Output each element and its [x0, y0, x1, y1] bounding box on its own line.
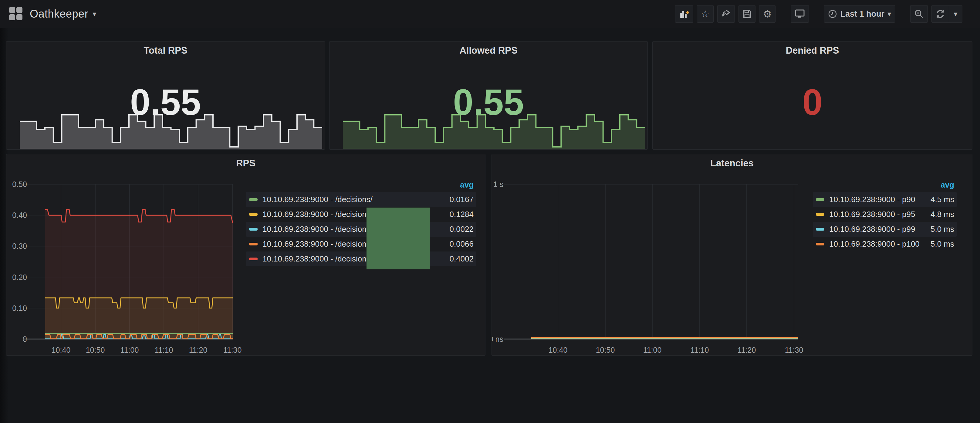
svg-text:10:40: 10:40 [52, 346, 71, 354]
legend-series-label[interactable]: 10.10.69.238:9000 - p99 [829, 225, 915, 234]
dashboard-grid-icon[interactable] [9, 7, 23, 21]
panel-title[interactable]: RPS [6, 158, 485, 169]
save-button[interactable] [738, 5, 756, 23]
svg-text:11:00: 11:00 [643, 346, 662, 354]
legend-row: 10.10.69.238:9000 - p1005.0 ms [813, 237, 957, 252]
share-button[interactable] [717, 5, 735, 23]
legend-series-label[interactable]: 10.10.69.238:9000 - /decisions/ [262, 225, 372, 234]
svg-text:0 ns: 0 ns [492, 335, 503, 343]
svg-text:11:10: 11:10 [690, 346, 709, 354]
svg-text:0.40: 0.40 [12, 211, 27, 219]
navbar: Oathkeeper ▾ ☆ [0, 0, 980, 28]
time-range-button[interactable]: Last 1 hour ▾ [824, 5, 895, 23]
legend-series-label[interactable]: 10.10.69.238:9000 - /decisions/ [262, 239, 372, 249]
svg-text:11:30: 11:30 [785, 346, 803, 354]
add-panel-button[interactable] [675, 5, 693, 23]
legend-series-label[interactable]: 10.10.69.238:9000 - p90 [829, 195, 915, 204]
panel-denied-rps: Denied RPS 0 [652, 41, 972, 150]
zoom-out-button[interactable] [910, 5, 928, 23]
rps-legend: avg10.10.69.238:9000 - /decisions/0.0167… [246, 180, 476, 266]
legend-series-label[interactable]: 10.10.69.238:9000 - /decisions/ [262, 195, 372, 204]
refresh-button[interactable] [931, 5, 949, 23]
monitor-icon [795, 9, 805, 19]
navbar-left: Oathkeeper ▾ [0, 7, 96, 21]
legend-row: 10.10.69.238:9000 - /decisions/0.0022 [246, 222, 476, 237]
legend-row: 10.10.69.238:9000 - /decisions/0.0066 [246, 237, 476, 252]
save-icon [743, 10, 751, 19]
svg-text:10:50: 10:50 [596, 346, 615, 354]
legend-series-avg-value: 5.0 ms [927, 239, 954, 249]
legend-row: 10.10.69.238:9000 - /decisions/0.0167 [246, 192, 476, 207]
legend-avg-header[interactable]: avg [246, 180, 476, 192]
latencies-legend: avg10.10.69.238:9000 - p904.5 ms10.10.69… [813, 180, 957, 252]
svg-text:11:00: 11:00 [121, 346, 139, 354]
bar-chart-add-icon [679, 9, 689, 19]
legend-series-swatch[interactable] [249, 243, 258, 246]
legend-series-avg-value: 4.5 ms [927, 195, 954, 204]
svg-text:1 s: 1 s [493, 180, 503, 189]
dashboard-title-dropdown[interactable]: Oathkeeper ▾ [30, 8, 96, 20]
chevron-down-icon: ▾ [888, 10, 891, 18]
legend-row: 10.10.69.238:9000 - p995.0 ms [813, 222, 957, 237]
refresh-split-button: ▾ [931, 5, 963, 23]
legend-series-avg-value: 0.1284 [446, 210, 474, 219]
legend-series-label[interactable]: 10.10.69.238:9000 - /decisions/ [262, 210, 372, 219]
cycle-view-button[interactable] [791, 5, 809, 23]
legend-series-swatch[interactable] [249, 258, 258, 260]
legend-series-swatch[interactable] [816, 228, 824, 231]
svg-text:0.30: 0.30 [12, 242, 27, 250]
svg-text:0.10: 0.10 [12, 304, 27, 312]
svg-text:0.50: 0.50 [12, 180, 27, 189]
clock-icon [828, 10, 837, 19]
share-icon [721, 9, 731, 19]
svg-text:0.20: 0.20 [12, 273, 27, 282]
refresh-icon [935, 9, 945, 19]
zoom-out-icon [914, 9, 924, 19]
legend-series-avg-value: 0.4002 [446, 254, 474, 264]
legend-series-swatch[interactable] [249, 213, 258, 216]
legend-series-swatch[interactable] [816, 213, 824, 216]
legend-series-label[interactable]: 10.10.69.238:9000 - /decisions/ [262, 254, 372, 264]
gear-icon: ⚙ [763, 9, 772, 19]
dashboard-title: Oathkeeper [30, 8, 88, 20]
svg-text:11:10: 11:10 [155, 346, 173, 354]
time-range-label: Last 1 hour [840, 10, 885, 19]
legend-avg-header[interactable]: avg [813, 180, 957, 192]
panel-title[interactable]: Total RPS [6, 45, 325, 56]
svg-text:11:30: 11:30 [223, 346, 242, 354]
legend-row: 10.10.69.238:9000 - p904.5 ms [813, 192, 957, 207]
stat-value: 0.55 [329, 84, 648, 120]
panel-title[interactable]: Latencies [492, 158, 972, 169]
star-button[interactable]: ☆ [697, 5, 714, 23]
legend-series-avg-value: 0.0167 [446, 195, 474, 204]
legend-series-avg-value: 4.8 ms [927, 210, 954, 219]
settings-button[interactable]: ⚙ [759, 5, 776, 23]
stat-value: 0 [652, 84, 972, 120]
panel-latencies-chart: Latencies 0 ns1 s10:4010:5011:0011:1011:… [492, 154, 972, 356]
panel-title[interactable]: Allowed RPS [329, 45, 648, 56]
grafana-dashboard: Oathkeeper ▾ ☆ [0, 0, 980, 423]
legend-series-swatch[interactable] [816, 243, 824, 246]
star-icon: ☆ [701, 9, 710, 19]
legend-series-swatch[interactable] [816, 198, 824, 201]
legend-series-label[interactable]: 10.10.69.238:9000 - p100 [829, 239, 920, 249]
legend-series-swatch[interactable] [249, 228, 258, 231]
legend-row: 10.10.69.238:9000 - /decisions/0.4002 [246, 252, 476, 266]
legend-series-swatch[interactable] [249, 198, 258, 201]
green-overlay [366, 208, 430, 269]
legend-series-label[interactable]: 10.10.69.238:9000 - p95 [829, 210, 915, 219]
svg-text:11:20: 11:20 [189, 346, 208, 354]
legend-series-avg-value: 0.0022 [446, 225, 474, 234]
stat-value: 0.55 [6, 84, 325, 120]
legend-series-avg-value: 0.0066 [446, 239, 474, 249]
chevron-down-icon: ▾ [92, 10, 96, 18]
chevron-down-icon: ▾ [954, 10, 957, 18]
refresh-interval-dropdown[interactable]: ▾ [949, 5, 963, 23]
legend-row: 10.10.69.238:9000 - /decisions/0.1284 [246, 207, 476, 222]
navbar-toolbar: ☆ ⚙ [675, 5, 980, 23]
panel-title[interactable]: Denied RPS [652, 45, 972, 56]
legend-series-avg-value: 5.0 ms [927, 225, 954, 234]
svg-text:10:50: 10:50 [86, 346, 105, 354]
panel-total-rps: Total RPS 0.55 [6, 41, 325, 150]
svg-text:10:40: 10:40 [549, 346, 568, 354]
